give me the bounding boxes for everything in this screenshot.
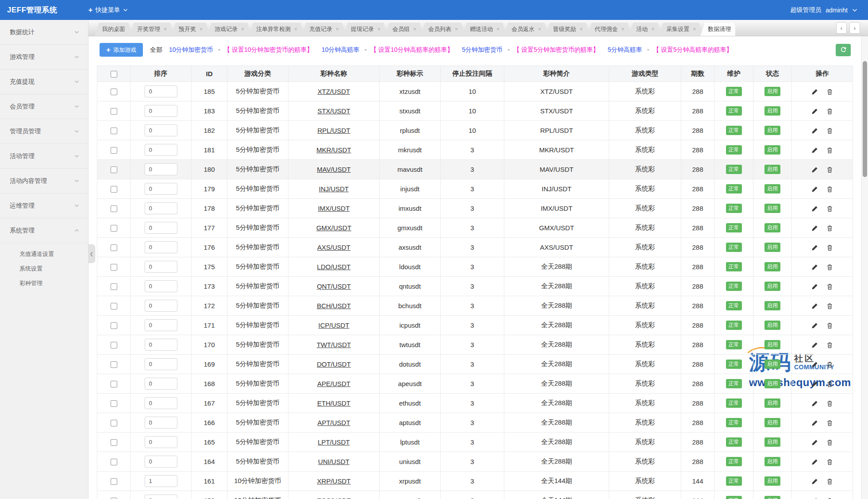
status-badge[interactable]: 启用 xyxy=(764,223,780,232)
set-odds-link[interactable]: 【 设置5分钟加密货币的赔率】 xyxy=(513,46,599,53)
status-badge[interactable]: 启用 xyxy=(764,184,780,193)
edit-icon[interactable] xyxy=(811,459,818,465)
sidebar-item[interactable]: 游戏管理 xyxy=(0,45,88,70)
delete-icon[interactable] xyxy=(826,400,833,407)
maintain-badge[interactable]: 正常 xyxy=(726,165,742,174)
row-checkbox[interactable] xyxy=(111,322,117,329)
delete-icon[interactable] xyxy=(826,420,833,426)
delete-icon[interactable] xyxy=(826,303,833,309)
tab[interactable]: 预开奖 × xyxy=(171,23,210,36)
sort-input[interactable] xyxy=(145,300,177,312)
set-odds-link[interactable]: 【 设置10分钟加密货币的赔率】 xyxy=(224,46,313,53)
maintain-badge[interactable]: 正常 xyxy=(726,360,742,368)
sort-input[interactable] xyxy=(145,280,177,292)
lottery-name-link[interactable]: TWT/USDT xyxy=(317,341,351,348)
tab[interactable]: 活动 × xyxy=(629,23,662,36)
delete-icon[interactable] xyxy=(826,147,833,154)
delete-icon[interactable] xyxy=(826,283,833,290)
row-checkbox[interactable] xyxy=(111,303,117,309)
maintain-badge[interactable]: 正常 xyxy=(726,457,742,466)
status-badge[interactable]: 启用 xyxy=(764,496,780,499)
status-badge[interactable]: 启用 xyxy=(764,243,780,251)
row-checkbox[interactable] xyxy=(111,225,117,232)
edit-icon[interactable] xyxy=(811,166,818,173)
sidebar-item[interactable]: 系统管理 xyxy=(0,218,88,243)
status-badge[interactable]: 启用 xyxy=(764,126,780,135)
row-checkbox[interactable] xyxy=(111,147,117,154)
tab-close-icon[interactable]: × xyxy=(538,27,541,32)
maintain-badge[interactable]: 正常 xyxy=(726,418,742,427)
tab-scroll-left-button[interactable]: ‹ xyxy=(836,22,847,34)
status-badge[interactable]: 启用 xyxy=(764,437,780,446)
edit-icon[interactable] xyxy=(811,186,818,193)
status-badge[interactable]: 启用 xyxy=(764,106,780,115)
sidebar-item[interactable]: 活动管理 xyxy=(0,144,88,169)
lottery-name-link[interactable]: STX/USDT xyxy=(317,107,350,115)
maintain-badge[interactable]: 正常 xyxy=(726,398,742,407)
maintain-badge[interactable]: 正常 xyxy=(726,184,742,193)
tab[interactable]: 充值记录 × xyxy=(302,23,346,36)
sort-input[interactable] xyxy=(145,144,177,156)
row-checkbox[interactable] xyxy=(111,264,117,271)
tab[interactable]: 代理佣金 × xyxy=(587,23,632,36)
sidebar-item[interactable]: 充值提现 xyxy=(0,70,88,94)
sidebar-collapse-handle[interactable]: ❮ xyxy=(88,244,95,263)
status-badge[interactable]: 启用 xyxy=(764,301,780,310)
delete-icon[interactable] xyxy=(826,128,833,134)
sidebar-item[interactable]: 会员管理 xyxy=(0,94,88,119)
row-checkbox[interactable] xyxy=(111,166,117,173)
lottery-name-link[interactable]: LDO/USDT xyxy=(317,263,351,271)
status-badge[interactable]: 启用 xyxy=(764,145,780,154)
delete-icon[interactable] xyxy=(826,322,833,329)
delete-icon[interactable] xyxy=(826,342,833,348)
sidebar-subitem[interactable]: 彩种管理 xyxy=(0,276,88,290)
sort-input[interactable] xyxy=(145,124,177,136)
scrollbar-thumb[interactable] xyxy=(863,61,867,177)
tab-close-icon[interactable]: × xyxy=(294,27,297,32)
tab-close-icon[interactable]: × xyxy=(621,27,624,32)
maintain-badge[interactable]: 正常 xyxy=(726,262,742,271)
tab-close-icon[interactable]: × xyxy=(377,27,380,32)
sort-input[interactable] xyxy=(145,378,177,390)
sort-input[interactable] xyxy=(145,163,177,175)
lottery-name-link[interactable]: IMX/USDT xyxy=(318,205,350,212)
edit-icon[interactable] xyxy=(811,264,818,271)
maintain-badge[interactable]: 正常 xyxy=(726,379,742,388)
category-filter-link[interactable]: 5分钟高赔率 xyxy=(608,46,642,53)
sort-input[interactable] xyxy=(145,319,177,331)
delete-icon[interactable] xyxy=(826,89,833,95)
edit-icon[interactable] xyxy=(811,381,818,387)
sort-input[interactable] xyxy=(145,261,177,273)
lottery-name-link[interactable]: QNT/USDT xyxy=(317,282,351,290)
lottery-name-link[interactable]: XRP/USDT xyxy=(317,477,351,485)
category-filter-link[interactable]: 10分钟高赔率 xyxy=(322,46,360,53)
lottery-name-link[interactable]: EOS/USDT xyxy=(317,497,351,499)
sort-input[interactable] xyxy=(145,417,177,429)
tab[interactable]: 游戏记录 × xyxy=(207,23,252,36)
sort-input[interactable] xyxy=(145,85,177,97)
sort-input[interactable] xyxy=(145,241,177,253)
row-checkbox[interactable] xyxy=(111,361,117,368)
maintain-badge[interactable]: 正常 xyxy=(726,321,742,329)
delete-icon[interactable] xyxy=(826,361,833,368)
delete-icon[interactable] xyxy=(826,225,833,232)
select-all-checkbox[interactable] xyxy=(111,71,117,77)
delete-icon[interactable] xyxy=(826,381,833,387)
edit-icon[interactable] xyxy=(811,478,818,485)
edit-icon[interactable] xyxy=(811,439,818,446)
maintain-badge[interactable]: 正常 xyxy=(726,106,742,115)
lottery-name-link[interactable]: DOT/USDT xyxy=(317,360,351,368)
status-badge[interactable]: 启用 xyxy=(764,321,780,329)
sort-input[interactable] xyxy=(145,436,177,448)
tab-close-icon[interactable]: × xyxy=(241,27,244,32)
edit-icon[interactable] xyxy=(811,283,818,290)
row-checkbox[interactable] xyxy=(111,186,117,193)
status-badge[interactable]: 启用 xyxy=(764,476,780,485)
status-badge[interactable]: 启用 xyxy=(764,165,780,174)
status-badge[interactable]: 启用 xyxy=(764,282,780,290)
delete-icon[interactable] xyxy=(826,478,833,485)
tab-close-icon[interactable]: × xyxy=(336,27,339,32)
lottery-name-link[interactable]: APT/USDT xyxy=(317,419,350,426)
sort-input[interactable] xyxy=(145,202,177,214)
tab-close-icon[interactable]: × xyxy=(651,27,654,32)
